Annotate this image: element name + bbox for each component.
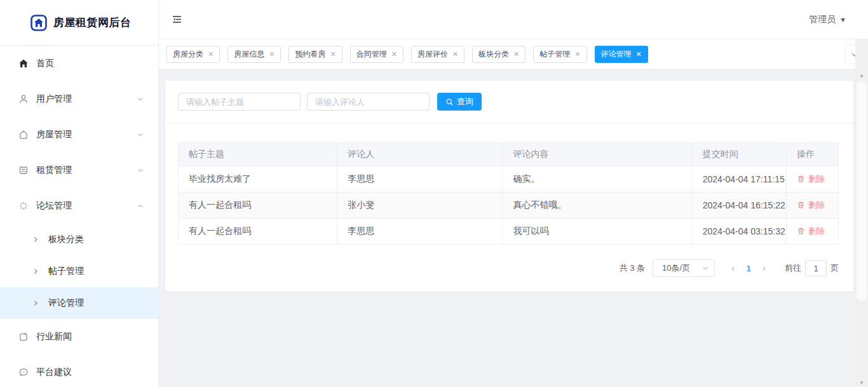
tab-house-review[interactable]: 房屋评价 ✕ [411,46,465,63]
tab-close-icon[interactable]: ✕ [513,50,519,58]
delete-button[interactable]: 删除 [797,173,825,185]
current-page[interactable]: 1 [742,264,754,273]
goto-page-input[interactable] [805,260,827,276]
cell-content: 确实。 [503,166,692,193]
admin-dropdown[interactable]: 管理员 ▼ [809,14,846,25]
tab-comment-management[interactable]: 评论管理 ✕ [595,46,648,63]
prev-page-button[interactable]: ‹ [724,262,742,274]
tab-close-icon[interactable]: ✕ [636,50,642,58]
next-page-button[interactable]: › [755,262,773,274]
sidebar-item-board-category[interactable]: 板块分类 [0,224,158,255]
sidebar-collapse-icon[interactable] [172,14,182,25]
scrollbar-up-icon[interactable]: ▲ [855,72,868,78]
sidebar-item-label: 帖子管理 [48,266,84,277]
sidebar-item-label: 板块分类 [48,234,84,245]
tab-label: 预约看房 [295,49,325,60]
topic-search-input[interactable] [178,93,301,111]
col-content: 评论内容 [503,143,692,166]
sidebar: 房屋租赁网后台 首页 用户管理 [0,0,159,387]
comments-table: 帖子主题 评论人 评论内容 提交时间 操作 毕业找房太难了 李思思 [178,142,839,245]
tab-close-icon[interactable]: ✕ [391,50,397,58]
page-unit-label: 页 [831,262,839,274]
table-header-row: 帖子主题 评论人 评论内容 提交时间 操作 [179,143,839,166]
chat-icon [18,367,29,377]
table-section: 帖子主题 评论人 评论内容 提交时间 操作 毕业找房太难了 李思思 [165,123,853,292]
sidebar-item-rental-management[interactable]: 租赁管理 [0,153,158,188]
tab-label: 房屋分类 [173,49,203,60]
sidebar-item-label: 租赁管理 [36,165,137,176]
sidebar-item-label: 论坛管理 [36,200,137,212]
sidebar-item-home[interactable]: 首页 [0,46,158,81]
page-scrollbar[interactable]: ▲ ▼ [855,39,868,387]
scrollbar-thumb[interactable] [857,81,867,301]
chevron-down-icon [137,131,144,139]
tab-close-icon[interactable]: ✕ [452,50,458,58]
tab-bar: 房屋分类 ✕ 房屋信息 ✕ 预约看房 ✕ 合同管理 ✕ 房屋评价 ✕ 板块分类 … [159,39,868,70]
sidebar-item-industry-news[interactable]: 行业新闻 [0,319,158,355]
page-size-select[interactable]: 10条/页 [653,259,715,277]
scrollbar-down-icon[interactable]: ▼ [855,380,868,386]
cell-commenter: 李思思 [337,219,503,245]
main-area: 管理员 ▼ 房屋分类 ✕ 房屋信息 ✕ 预约看房 ✕ 合同管理 ✕ 房屋评价 [159,0,868,387]
chevron-right-icon [32,268,39,275]
user-icon [18,94,29,104]
chevron-up-icon [137,202,144,210]
table-row: 有人一起合租吗 张小斐 真心不错哦。 2024-04-04 16:15:22 删… [179,193,839,219]
sidebar-item-platform-suggestions[interactable]: 平台建议 [0,355,158,387]
delete-label: 删除 [808,226,825,237]
search-button[interactable]: 查询 [437,93,482,111]
caret-down-icon: ▼ [839,16,846,24]
tab-house-info[interactable]: 房屋信息 ✕ [227,46,281,63]
tab-post-management[interactable]: 帖子管理 ✕ [533,46,587,63]
tab-close-icon[interactable]: ✕ [269,50,275,58]
delete-label: 删除 [808,173,825,185]
comment-management-panel: 查询 帖子主题 评论人 评论内容 提交时间 操作 [165,81,853,292]
sidebar-item-label: 平台建议 [36,367,144,378]
cell-commenter: 张小斐 [337,193,503,219]
home-logo-icon [31,15,47,31]
pagination-total: 共 3 条 [620,262,645,274]
tab-close-icon[interactable]: ✕ [208,50,214,58]
tab-board-category[interactable]: 板块分类 ✕ [472,46,526,63]
delete-button[interactable]: 删除 [797,226,825,237]
search-icon [445,98,454,106]
cell-time: 2024-04-04 17:11:15 [692,166,786,193]
sparkle-icon [18,201,29,211]
app-logo: 房屋租赁网后台 [0,0,158,46]
search-toolbar: 查询 [165,81,853,123]
delete-label: 删除 [808,200,825,211]
table-row: 有人一起合租吗 李思思 我可以吗 2024-04-04 03:15:32 删除 [179,219,839,245]
cell-topic: 有人一起合租吗 [179,219,337,245]
sidebar-item-label: 首页 [36,58,144,69]
sidebar-item-house-management[interactable]: 房屋管理 [0,117,158,153]
tab-close-icon[interactable]: ✕ [330,50,336,58]
house-icon [18,130,29,140]
page-size-value: 10条/页 [662,262,690,274]
tab-label: 合同管理 [356,49,387,60]
delete-button[interactable]: 删除 [797,200,825,211]
tab-label: 房屋评价 [417,49,448,60]
tab-label: 房屋信息 [234,49,264,60]
tab-label: 评论管理 [601,49,632,60]
app-title: 房屋租赁网后台 [53,15,132,30]
chevron-down-icon [137,166,144,174]
chevron-down-icon [702,264,709,272]
col-actions: 操作 [786,143,838,166]
sidebar-item-post-management[interactable]: 帖子管理 [0,255,158,287]
cell-topic: 有人一起合租吗 [179,193,337,219]
commenter-search-input[interactable] [307,93,430,111]
table-row: 毕业找房太难了 李思思 确实。 2024-04-04 17:11:15 删除 [179,166,839,193]
chevron-right-icon [32,299,39,307]
tab-label: 板块分类 [478,49,509,60]
tab-close-icon[interactable]: ✕ [574,50,580,58]
sidebar-item-comment-management[interactable]: 评论管理 [0,287,158,319]
tab-viewing-appointment[interactable]: 预约看房 ✕ [288,46,342,63]
cell-time: 2024-04-04 16:15:22 [692,193,786,219]
sidebar-item-forum-management[interactable]: 论坛管理 [0,188,158,224]
sidebar-item-user-management[interactable]: 用户管理 [0,81,158,117]
cell-topic: 毕业找房太难了 [179,166,337,193]
tab-house-category[interactable]: 房屋分类 ✕ [166,46,220,63]
tab-label: 帖子管理 [539,49,570,60]
home-icon [18,58,29,69]
tab-contract-management[interactable]: 合同管理 ✕ [350,46,403,63]
